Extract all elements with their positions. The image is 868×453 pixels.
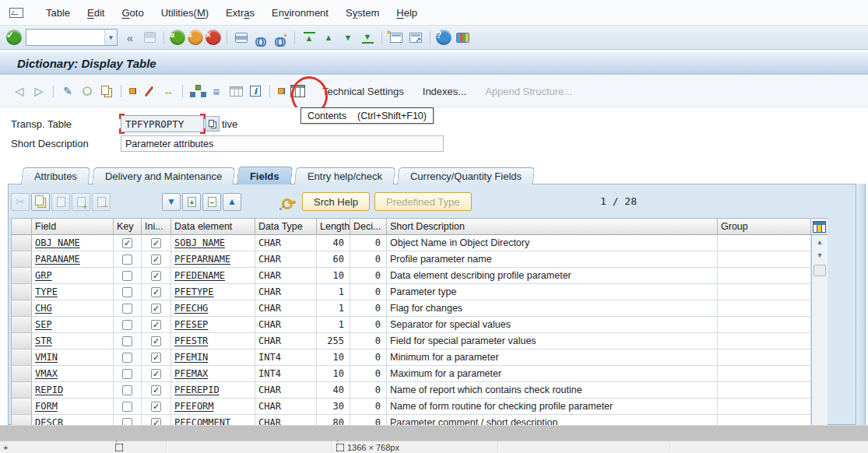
key-cell[interactable]: ✓ [114, 235, 142, 251]
data-element-cell[interactable]: PFEREPID [171, 382, 255, 399]
column-header-length[interactable]: Length [317, 219, 350, 235]
chevron-down-icon[interactable]: ▼ [162, 193, 181, 211]
group-cell[interactable] [718, 415, 811, 425]
collapse-icon[interactable]: « [121, 29, 139, 46]
data-type-cell[interactable]: CHAR [255, 235, 317, 251]
length-cell[interactable]: 1 [317, 284, 350, 300]
group-cell[interactable] [718, 284, 811, 300]
decimals-cell[interactable]: 0 [350, 333, 387, 349]
field-copy-button[interactable] [205, 116, 220, 132]
checkbox[interactable]: ✓ [151, 271, 161, 281]
back-icon[interactable]: « [170, 30, 185, 45]
column-header-data-type[interactable]: Data Type [255, 219, 317, 235]
system-menu-icon[interactable] [9, 8, 23, 18]
menu-system[interactable]: System [337, 4, 388, 22]
group-cell[interactable] [718, 317, 811, 333]
save-icon[interactable] [141, 29, 158, 46]
length-cell[interactable]: 60 [317, 251, 350, 268]
length-cell[interactable]: 255 [317, 333, 350, 349]
initial-value-cell[interactable]: ✓ [142, 251, 171, 268]
checkbox[interactable]: ✓ [151, 418, 161, 426]
group-cell[interactable] [718, 251, 811, 268]
column-header-group[interactable]: Group [718, 219, 811, 235]
last-page-icon[interactable]: ▼ [359, 29, 376, 46]
nav-forward-icon[interactable]: ▷ [30, 83, 47, 100]
checkbox[interactable]: ✓ [151, 304, 161, 314]
tab-delivery-and-maintenance[interactable]: Delivery and Maintenance [92, 167, 236, 184]
data-element-cell[interactable]: PFEPARNAME [171, 251, 255, 268]
checkbox[interactable] [122, 418, 132, 426]
checkbox[interactable]: ✓ [151, 238, 161, 248]
data-element-cell[interactable]: PFETYPE [171, 284, 255, 300]
table-config-button[interactable] [811, 219, 828, 235]
row-selector[interactable] [12, 317, 32, 333]
checkbox[interactable] [122, 304, 132, 314]
move-icon[interactable]: ↔ [160, 83, 177, 100]
checkbox[interactable] [122, 402, 132, 412]
short-description-cell[interactable]: Data element describing profile paramete… [387, 268, 718, 284]
paste-row-icon[interactable] [51, 193, 70, 211]
data-type-cell[interactable]: CHAR [255, 268, 317, 284]
key-cell[interactable] [114, 399, 142, 415]
initial-value-cell[interactable]: ✓ [142, 235, 171, 251]
display-change-icon[interactable]: ✎ [59, 83, 76, 100]
checkbox[interactable] [122, 369, 132, 379]
menu-table[interactable]: Table [37, 4, 79, 22]
decimals-cell[interactable]: 0 [350, 300, 387, 317]
field-cell[interactable]: CHG [32, 300, 114, 317]
short-description-cell[interactable]: Separator for special values [387, 317, 718, 333]
data-element-cell[interactable]: PFESTR [171, 333, 255, 349]
expand-row-icon[interactable] [182, 193, 201, 211]
data-type-cell[interactable]: CHAR [255, 382, 317, 399]
field-cell[interactable]: STR [32, 333, 114, 349]
row-selector[interactable] [12, 415, 32, 425]
data-type-cell[interactable]: CHAR [255, 333, 317, 349]
find-next-icon[interactable]: + [272, 29, 289, 46]
where-used-icon[interactable] [127, 86, 138, 97]
data-element-cell[interactable]: PFEDENAME [171, 268, 255, 284]
data-element-cell[interactable]: PFESEP [171, 317, 255, 333]
initial-value-cell[interactable]: ✓ [142, 415, 171, 425]
field-cell[interactable]: OBJ_NAME [32, 235, 114, 251]
decimals-cell[interactable]: 0 [350, 349, 387, 366]
key-cell[interactable] [114, 415, 142, 425]
menu-goto[interactable]: Goto [113, 4, 152, 22]
initial-value-cell[interactable]: ✓ [142, 382, 171, 399]
group-cell[interactable] [718, 333, 811, 349]
short-description-cell[interactable]: Object Name in Object Directory [387, 235, 718, 251]
decimals-cell[interactable]: 0 [350, 382, 387, 399]
transp-table-input[interactable]: TPFYPROPTY [121, 115, 204, 132]
find-icon[interactable] [252, 29, 269, 46]
decimals-cell[interactable]: 0 [350, 251, 387, 268]
page-up-icon[interactable]: ▲ [320, 29, 337, 46]
column-header-decimals[interactable]: Deci... [350, 219, 387, 235]
length-cell[interactable]: 1 [317, 317, 350, 333]
indexes--button[interactable]: Indexes... [413, 86, 476, 97]
enter-icon[interactable]: ✓ [6, 30, 22, 45]
initial-value-cell[interactable]: ✓ [142, 399, 171, 415]
chevron-up-icon[interactable]: ▲ [223, 193, 241, 211]
collapse-row-icon[interactable] [202, 193, 221, 211]
key-cell[interactable] [114, 268, 142, 284]
data-type-cell[interactable]: CHAR [255, 399, 317, 415]
key-cell[interactable] [114, 251, 142, 268]
key-cell[interactable] [114, 317, 142, 333]
field-cell[interactable]: REPID [32, 382, 114, 399]
checkbox[interactable]: ✓ [151, 369, 161, 379]
exit-icon[interactable]: « [188, 30, 203, 45]
decimals-cell[interactable]: 0 [350, 268, 387, 284]
info-icon[interactable]: i [247, 83, 264, 100]
short-description-cell[interactable]: Maximum for a parameter [387, 366, 718, 382]
group-cell[interactable] [718, 349, 811, 366]
data-type-cell[interactable]: CHAR [255, 415, 317, 425]
checkbox[interactable]: ✓ [151, 255, 161, 265]
field-cell[interactable]: PARANAME [32, 251, 114, 268]
short-description-cell[interactable]: Name of form routine for checking profil… [387, 399, 718, 415]
row-selector[interactable] [12, 382, 32, 399]
tab-entry-help-check[interactable]: Entry help/check [294, 167, 395, 184]
tab-attributes[interactable]: Attributes [21, 167, 90, 184]
decimals-cell[interactable]: 0 [350, 415, 387, 425]
generate-shortcut-icon[interactable] [407, 29, 424, 46]
scroll-up-arrow-icon[interactable]: ▲ [812, 235, 828, 248]
length-cell[interactable]: 40 [317, 382, 350, 399]
